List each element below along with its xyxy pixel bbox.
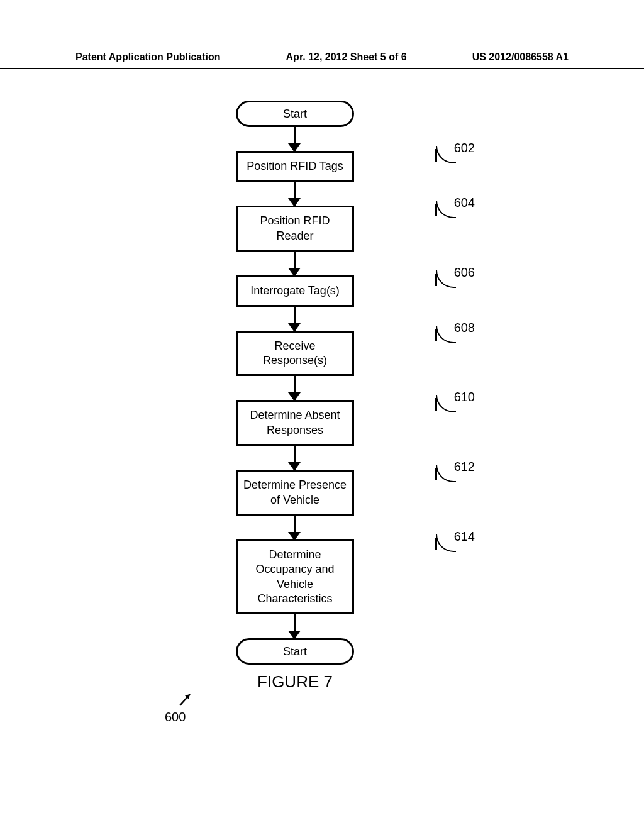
step-label: Position RFID Reader [260,214,330,243]
ref-curve [436,534,456,552]
arrow-connector [294,127,296,151]
step-label: Position RFID Tags [247,159,343,174]
header-publication: Patent Application Publication [75,52,221,63]
ref-curve [436,146,456,163]
arrow-connector [294,614,296,638]
step-label: Interrogate Tag(s) [250,284,340,298]
arrow-connector [294,252,296,275]
step-wrapper-612: Determine Presence of Vehicle 612 [236,470,425,516]
process-box-612: Determine Presence of Vehicle [236,470,354,516]
process-box-604: Position RFID Reader [236,206,354,252]
flowchart: Start Position RFID Tags 602 Position RF… [236,101,425,692]
ref-number-604: 604 [454,196,475,210]
step-wrapper-610: Determine Absent Responses 610 [236,400,425,446]
process-box-614: Determine Occupancy and Vehicle Characte… [236,540,354,615]
end-terminator: Start [236,638,354,665]
step-label: Determine Occupancy and Vehicle Characte… [255,548,334,607]
ref-number-602: 602 [454,141,475,155]
ref-curve [436,270,456,288]
ref-number-608: 608 [454,321,475,335]
step-label: Determine Presence of Vehicle [243,478,347,507]
figure-label: FIGURE 7 [236,672,354,692]
arrow-connector [294,446,296,470]
ref-number-606: 606 [454,265,475,280]
step-label: Determine Absent Responses [250,408,340,438]
arrow-connector [294,376,296,400]
header-sheet-info: Apr. 12, 2012 Sheet 5 of 6 [286,52,407,63]
ref-curve [436,201,456,218]
start-label: Start [283,108,307,121]
process-box-602: Position RFID Tags [236,151,354,182]
header-patent-number: US 2012/0086558 A1 [472,52,569,63]
arrow-connector [294,516,296,540]
ref-number-614: 614 [454,529,475,544]
arrow-connector [294,307,296,331]
page-header: Patent Application Publication Apr. 12, … [0,0,644,69]
ref-curve [436,326,456,343]
process-box-608: Receive Response(s) [236,331,354,377]
process-box-606: Interrogate Tag(s) [236,275,354,306]
end-label: Start [283,645,307,658]
step-wrapper-614: Determine Occupancy and Vehicle Characte… [236,540,425,615]
step-wrapper-606: Interrogate Tag(s) 606 [236,275,425,306]
start-terminator: Start [236,101,354,127]
ref-number-600: 600 [165,710,186,724]
ref-number-610: 610 [454,390,475,404]
step-wrapper-602: Position RFID Tags 602 [236,151,425,182]
arrow-connector [294,182,296,206]
process-box-610: Determine Absent Responses [236,400,354,446]
ref-curve [436,465,456,482]
step-wrapper-608: Receive Response(s) 608 [236,331,425,377]
ref-600-arrow-icon [176,690,195,709]
step-label: Receive Response(s) [263,339,327,368]
step-wrapper-604: Position RFID Reader 604 [236,206,425,252]
ref-curve [436,395,456,412]
ref-number-612: 612 [454,460,475,474]
